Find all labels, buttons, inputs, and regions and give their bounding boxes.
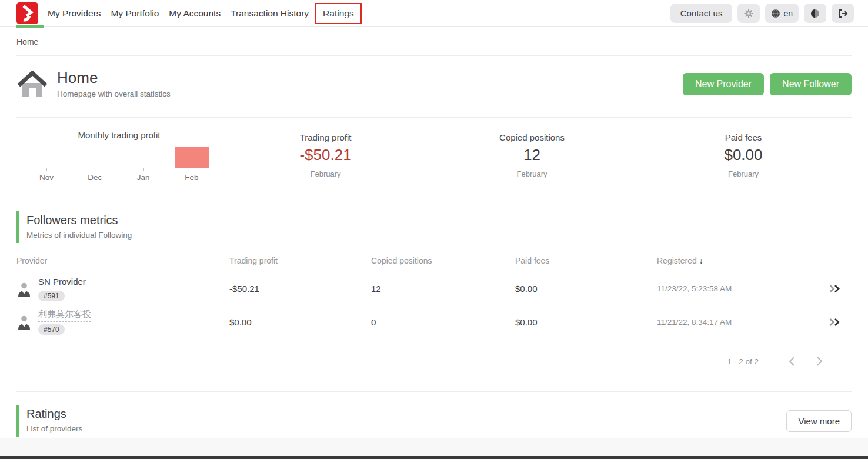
page-title: Home [57, 70, 171, 86]
ratings-header: Ratings List of providers [16, 405, 82, 437]
stat-period: February [728, 169, 759, 178]
table-row: SN Provider #591 -$50.21 12 $0.00 11/23/… [16, 272, 852, 305]
section-title: Followers metrics [26, 214, 852, 227]
provider-name-link[interactable]: SN Provider [38, 277, 86, 288]
trading-profit-cell: $0.00 [229, 317, 371, 327]
active-tab-indicator [16, 25, 44, 28]
axis-label-nov: Nov [22, 168, 71, 182]
nav-my-providers[interactable]: My Providers [48, 8, 101, 19]
home-icon [16, 70, 48, 98]
globe-icon [771, 9, 780, 18]
pagination-range: 1 - 2 of 2 [727, 357, 759, 366]
provider-id-badge: #570 [38, 324, 65, 335]
new-follower-button[interactable]: New Follower [770, 73, 852, 95]
stat-period: February [516, 169, 547, 178]
stats-strip: Monthly trading profit Nov Dec Jan Feb T… [16, 117, 852, 191]
contact-us-button[interactable]: Contact us [670, 4, 733, 23]
theme-contrast-button[interactable] [804, 4, 826, 23]
page-header: Home Homepage with overall statistics Ne… [0, 56, 868, 110]
column-header-copied-positions[interactable]: Copied positions [371, 256, 515, 265]
nav-actions: Contact us en [670, 4, 854, 23]
axis-label-jan: Jan [119, 168, 168, 182]
stat-label: Trading profit [300, 132, 352, 142]
row-details-button[interactable] [817, 284, 852, 293]
nav-ratings[interactable]: Ratings [323, 8, 354, 18]
provider-id-badge: #591 [38, 291, 65, 301]
new-provider-button[interactable]: New Provider [683, 73, 764, 95]
double-chevron-right-icon [829, 284, 841, 293]
gear-icon [744, 9, 753, 18]
followers-metrics-section: Followers metrics Metrics of individual … [16, 191, 852, 369]
double-chevron-right-icon [829, 318, 841, 327]
ratings-section: Ratings List of providers View more [16, 392, 852, 437]
stat-period: February [310, 169, 340, 178]
pagination-prev-button[interactable] [786, 354, 797, 369]
followers-table: Provider Trading profit Copied positions… [16, 256, 852, 338]
chart-bar-feb [168, 146, 216, 168]
chart-x-axis: Nov Dec Jan Feb [22, 168, 216, 182]
chevron-left-icon [788, 356, 795, 367]
registered-cell: 11/23/22, 5:23:58 AM [657, 284, 817, 293]
footer [0, 438, 868, 459]
trading-profit-cell: -$50.21 [229, 284, 371, 294]
stat-value: 12 [523, 146, 540, 164]
trading-profit-card: Trading profit -$50.21 February [222, 118, 429, 191]
view-more-button[interactable]: View more [786, 410, 852, 432]
paid-fees-cell: $0.00 [515, 284, 657, 294]
monthly-profit-chart-card: Monthly trading profit Nov Dec Jan Feb [16, 118, 222, 191]
chart-bar-nov [22, 146, 71, 168]
provider-name-link[interactable]: 利弗莫尔客投 [38, 309, 91, 322]
stat-value: -$50.21 [299, 146, 351, 164]
paid-fees-card: Paid fees $0.00 February [635, 118, 852, 191]
avatar-icon [16, 281, 32, 297]
app-logo[interactable] [16, 2, 38, 24]
chevron-right-icon [816, 356, 823, 367]
chart-title: Monthly trading profit [22, 130, 216, 140]
chart-bar-dec [71, 146, 119, 168]
section-title: Ratings [26, 407, 82, 421]
column-header-trading-profit[interactable]: Trading profit [229, 256, 371, 265]
provider-cell: SN Provider #591 [16, 277, 229, 301]
column-header-paid-fees[interactable]: Paid fees [515, 256, 657, 265]
page-header-text: Home Homepage with overall statistics [57, 70, 171, 98]
axis-label-feb: Feb [168, 168, 216, 182]
breadcrumb: Home [0, 27, 868, 55]
pagination-next-button[interactable] [814, 354, 826, 369]
annotation-highlight-box: Ratings [315, 3, 362, 24]
column-header-registered[interactable]: Registered↓ [657, 256, 817, 265]
copied-positions-card: Copied positions 12 February [429, 118, 635, 191]
breadcrumb-home[interactable]: Home [16, 37, 38, 46]
followers-metrics-header: Followers metrics Metrics of individual … [16, 211, 852, 243]
sort-desc-icon: ↓ [699, 256, 703, 265]
nav-transaction-history[interactable]: Transaction History [231, 8, 309, 19]
provider-cell: 利弗莫尔客投 #570 [16, 309, 229, 335]
pagination: 1 - 2 of 2 [16, 338, 852, 369]
paid-fees-cell: $0.00 [515, 317, 657, 327]
axis-label-dec: Dec [71, 168, 119, 182]
bottom-bar [0, 456, 868, 459]
table-row: 利弗莫尔客投 #570 $0.00 0 $0.00 11/21/22, 8:34… [16, 305, 852, 338]
top-navbar: My Providers My Portfolio My Accounts Tr… [0, 0, 868, 27]
copied-positions-cell: 12 [371, 284, 515, 294]
app-logo-icon [16, 2, 38, 24]
chart-plot [22, 146, 216, 168]
logout-button[interactable] [832, 4, 854, 23]
chart-bar-jan [119, 146, 168, 168]
stat-label: Paid fees [725, 132, 762, 142]
language-label: en [783, 9, 793, 18]
registered-cell: 11/21/22, 8:34:17 AM [657, 318, 817, 327]
monthly-profit-chart: Monthly trading profit Nov Dec Jan Feb [16, 118, 222, 182]
language-button[interactable]: en [765, 4, 799, 23]
column-header-provider[interactable]: Provider [16, 256, 229, 265]
row-details-button[interactable] [817, 318, 852, 327]
main-nav: My Providers My Portfolio My Accounts Tr… [48, 3, 362, 24]
logout-icon [837, 9, 848, 18]
table-header-row: Provider Trading profit Copied positions… [16, 256, 852, 272]
header-buttons: New Provider New Follower [683, 73, 852, 95]
nav-my-portfolio[interactable]: My Portfolio [111, 8, 159, 19]
settings-button[interactable] [737, 4, 760, 23]
copied-positions-cell: 0 [371, 317, 515, 327]
nav-my-accounts[interactable]: My Accounts [169, 8, 221, 19]
stat-label: Copied positions [499, 132, 565, 142]
page-subtitle: Homepage with overall statistics [57, 89, 171, 98]
